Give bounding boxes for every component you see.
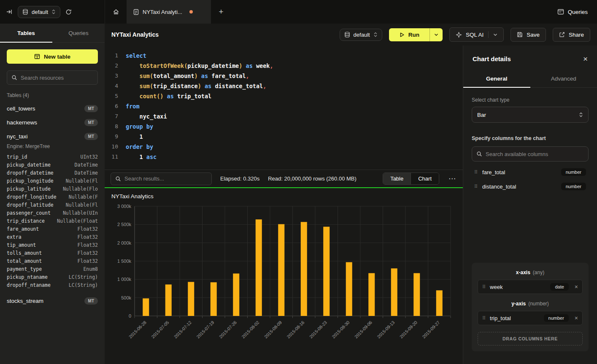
bar[interactable] (346, 262, 352, 316)
collapse-sidebar-icon[interactable] (6, 8, 13, 15)
tables-section-label: Tables (4) (0, 90, 105, 102)
column-row: dropoff_datetimeDateTime (7, 169, 98, 177)
query-database-selector[interactable]: default (340, 29, 382, 41)
svg-text:2 500k: 2 500k (117, 222, 132, 227)
run-options-button[interactable] (430, 28, 443, 41)
column-name: pickup_longitude (7, 178, 54, 184)
drop-zone[interactable]: DRAG COLUMNS HERE (478, 332, 583, 345)
queries-button[interactable]: Queries (557, 9, 588, 15)
x-tick-label: 2015-07-05 (150, 320, 170, 340)
save-button[interactable]: Save (511, 28, 546, 42)
topbar-left: default (0, 0, 105, 24)
column-row: trip_distanceNullable(Float (7, 217, 98, 225)
run-button[interactable]: Run (389, 28, 443, 41)
divider (488, 31, 489, 38)
x-tick-label: 2015-09-27 (421, 320, 441, 340)
column-name: pickup_latitude (7, 186, 51, 192)
chevron-down-icon[interactable] (493, 33, 497, 36)
results-search-input[interactable] (124, 175, 207, 182)
bar[interactable] (368, 273, 375, 316)
column-type: Float32 (78, 226, 98, 232)
chart-type-label: Select chart type (472, 97, 589, 103)
topbar: default NYTaxi Analyti... + (0, 0, 597, 24)
axis-column[interactable]: ⠿weekdate× (478, 280, 583, 294)
line-number: 3 (105, 71, 118, 81)
table-name: cell_towers (7, 105, 35, 112)
column-name: pickup_ntaname (7, 274, 48, 280)
bar[interactable] (323, 227, 330, 316)
query-database-value: default (354, 32, 370, 38)
sidebar-tab-tables[interactable]: Tables (0, 24, 52, 42)
tab-nytaxi-analytics[interactable]: NYTaxi Analyti... (127, 0, 211, 24)
bar[interactable] (211, 282, 217, 316)
column-type: Float32 (78, 250, 98, 256)
line-number: 4 (105, 81, 118, 91)
resource-search-input[interactable] (21, 75, 93, 81)
column-name: trip_id (7, 154, 27, 160)
available-column[interactable]: ⠿fare_totalnumber (472, 165, 589, 179)
view-chart-segment[interactable]: Chart (411, 173, 439, 184)
bar[interactable] (165, 284, 172, 316)
new-tab-button[interactable]: + (211, 0, 231, 24)
columns-search-input[interactable] (486, 151, 584, 157)
remove-icon[interactable]: × (575, 315, 578, 321)
sidebar-tab-queries[interactable]: Queries (52, 24, 105, 42)
tab-general[interactable]: General (463, 70, 530, 87)
view-table-segment[interactable]: Table (383, 173, 411, 184)
refresh-icon[interactable] (65, 9, 72, 15)
bar[interactable] (413, 273, 420, 316)
line-number: 2 (105, 61, 118, 71)
query-pane: 1select2 toStartOfWeek(pickup_datetime) … (105, 46, 463, 364)
code-line: 8group by (105, 121, 463, 132)
tab-advanced[interactable]: Advanced (530, 70, 597, 87)
sql-ai-button[interactable]: SQL AI (449, 27, 504, 42)
x-tick-label: 2015-08-16 (286, 320, 305, 340)
more-options-icon[interactable]: ⋯ (448, 174, 457, 183)
y-axis-label: y-axis(number) (478, 301, 583, 307)
chart-area: NYTaxi Analytics 0500k1 000k1 500k2 000k… (105, 187, 463, 364)
search-icon (11, 75, 17, 81)
column-name: passenger_count (7, 210, 51, 216)
table-row[interactable]: stocks_streamMT (7, 294, 98, 308)
bar[interactable] (256, 219, 262, 316)
engine-badge: MT (84, 297, 98, 305)
bar[interactable] (233, 273, 239, 316)
share-button[interactable]: Share (553, 28, 590, 42)
table-row[interactable]: nyc_taxiMT (7, 129, 98, 143)
column-type: DateTime (75, 170, 98, 176)
home-tab[interactable] (105, 0, 127, 24)
bar[interactable] (301, 222, 307, 316)
sql-editor[interactable]: 1select2 toStartOfWeek(pickup_datetime) … (105, 46, 463, 170)
axis-column[interactable]: ⠿trip_totalnumber× (478, 311, 583, 325)
bar-chart: 0500k1 000k1 500k2 000k2 500k3 000k2015-… (111, 201, 456, 353)
line-number: 11 (105, 152, 118, 162)
close-icon[interactable]: × (583, 55, 588, 63)
table-row[interactable]: hackernewsMT (7, 116, 98, 129)
drag-handle-icon[interactable]: ⠿ (482, 284, 486, 290)
drag-handle-icon[interactable]: ⠿ (474, 184, 478, 189)
database-selector[interactable]: default (18, 6, 60, 18)
column-type: LC(String) (69, 282, 98, 288)
query-header: NYTaxi Analytics default Run (105, 24, 597, 46)
column-row: passenger_countNullable(UIn (7, 209, 98, 217)
x-tick-label: 2015-07-19 (195, 320, 215, 340)
engine-badge: MT (84, 133, 98, 140)
available-column[interactable]: ⠿distance_totalnumber (472, 179, 589, 194)
chart-type-select[interactable]: Bar (472, 107, 589, 123)
ai-sparkle-icon (456, 32, 462, 38)
drag-handle-icon[interactable]: ⠿ (474, 170, 478, 175)
drag-handle-icon[interactable]: ⠿ (482, 315, 486, 321)
bar[interactable] (143, 298, 149, 316)
bar[interactable] (436, 290, 443, 316)
new-table-button[interactable]: New table (7, 49, 98, 64)
table-name: hackernews (7, 119, 37, 126)
table-row[interactable]: cell_towersMT (7, 102, 98, 116)
bar[interactable] (188, 282, 194, 316)
tab-strip: NYTaxi Analyti... + (105, 0, 231, 24)
line-number: 8 (105, 121, 118, 132)
bar[interactable] (391, 268, 397, 316)
bar[interactable] (278, 224, 284, 316)
column-name: extra (7, 234, 22, 240)
remove-icon[interactable]: × (575, 283, 578, 290)
database-value: default (32, 9, 48, 15)
